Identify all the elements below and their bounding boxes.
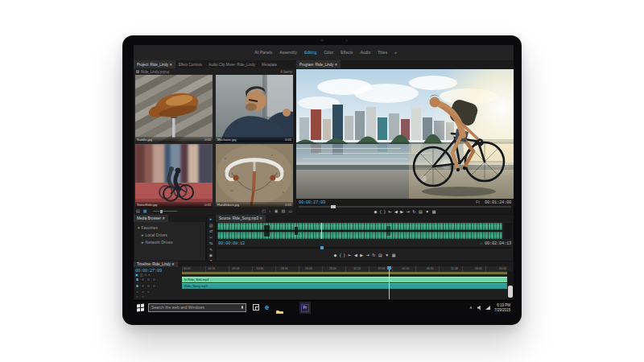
extract-icon[interactable]: ▼ [425, 210, 429, 214]
go-to-out-icon[interactable]: ⇥ [407, 210, 410, 214]
add-marker-icon[interactable]: ⌖ [148, 274, 150, 277]
clip-thumbnail-mechanic[interactable]: Mechanic.jpg 0:05 [216, 75, 293, 142]
audio-waveform[interactable] [217, 223, 502, 239]
workspace-all-panels[interactable]: All Panels [254, 50, 272, 55]
play-icon[interactable]: ▶ [400, 210, 403, 214]
track-sync-toggle[interactable] [152, 278, 156, 282]
media-browser-item-local-drives[interactable]: ▸Local Drives [142, 233, 167, 237]
workspace-effects[interactable]: Effects [341, 50, 353, 55]
linked-selection-icon[interactable]: ◫ [140, 274, 143, 277]
track-mute-toggle[interactable] [141, 284, 145, 288]
workspace-audio[interactable]: Audio [360, 50, 370, 55]
source-timecode[interactable]: 00:00:08:12 [218, 241, 245, 246]
new-bin-icon[interactable]: ▣ [275, 209, 279, 213]
media-browser-item-favorites[interactable]: ▾Favorites [138, 226, 158, 230]
track-record-toggle[interactable] [152, 284, 156, 288]
tab-program[interactable]: Program: Ride_Lindy≡ [296, 60, 341, 68]
caret-right-icon[interactable]: ▸ [142, 241, 144, 245]
step-back-icon[interactable]: ◀ [394, 210, 398, 214]
mark-out-icon[interactable]: } [344, 253, 345, 257]
workspace-editing[interactable]: Editing [304, 50, 316, 55]
clip-thumbnail-handlebars[interactable]: Handlebars.jpg 0:05 [216, 144, 293, 208]
premiere-taskbar-button[interactable]: Pr [299, 302, 311, 314]
video-clip-v1[interactable]: fx Ride_Edit.mp4 [182, 277, 507, 282]
track-toggle[interactable] [147, 290, 151, 294]
tab-metadata[interactable]: Metadata [258, 60, 280, 68]
program-video-viewer[interactable] [296, 69, 514, 199]
workspace-color[interactable]: Color [324, 50, 333, 55]
workspace-assembly[interactable]: Assembly [279, 50, 297, 55]
start-button[interactable] [137, 304, 144, 312]
source-playhead-line[interactable] [321, 223, 322, 239]
thumbnail-zoom-slider[interactable] [153, 211, 177, 212]
caret-right-icon[interactable]: ▸ [142, 233, 144, 237]
track-toggle[interactable] [141, 290, 145, 294]
time-ruler[interactable]: 00:00 04:16 09:08 14:00 18:16 23:08 28:0… [182, 266, 507, 272]
panel-menu-icon[interactable]: ≡ [163, 216, 165, 220]
insert-icon[interactable]: ▤ [378, 253, 382, 257]
volume-icon[interactable] [477, 306, 482, 311]
tab-source[interactable]: Source: Ride_Song.mp3≡ [216, 215, 266, 222]
timeline-settings-icon[interactable]: ≡ [145, 274, 147, 277]
tab-effect-controls[interactable]: Effect Controls [175, 60, 205, 68]
timeline-playhead[interactable] [389, 266, 390, 299]
microphone-icon[interactable] [242, 306, 244, 310]
play-icon[interactable]: ▶ [360, 253, 363, 257]
razor-tool-icon[interactable]: ✂ [209, 236, 213, 240]
slip-tool-icon[interactable]: ↹ [209, 241, 213, 245]
loop-icon[interactable]: ↻ [412, 210, 415, 214]
audio-track-target[interactable]: 1 [135, 284, 139, 288]
video-track-target[interactable]: 1 [135, 278, 139, 282]
tray-chevron-icon[interactable]: ∧ [469, 305, 473, 310]
tab-media-browser[interactable]: Media Browser≡ [134, 215, 168, 222]
track-toggle[interactable] [135, 290, 139, 294]
mark-in-icon[interactable]: { [380, 210, 382, 214]
audio-clip-a1[interactable]: Ride_Song.mp3 [182, 283, 507, 289]
add-marker-icon[interactable]: ◆ [334, 253, 337, 257]
ripple-edit-tool-icon[interactable]: ⇄ [209, 229, 213, 233]
list-view-icon[interactable]: ▤ [136, 209, 140, 213]
selection-tool-icon[interactable]: ▸ [210, 217, 213, 221]
panel-menu-icon[interactable]: ≡ [335, 63, 337, 67]
export-frame-icon[interactable]: ▦ [392, 253, 396, 257]
program-timecode[interactable]: 00:00:27:09 [299, 200, 325, 205]
grid-view-icon[interactable]: ▦ [143, 209, 147, 213]
automate-to-sequence-icon[interactable]: ◰ [262, 209, 266, 213]
loop-icon[interactable]: ↻ [372, 253, 375, 257]
tab-timeline[interactable]: Timeline: Ride_Lindy≡ [134, 261, 178, 267]
export-frame-icon[interactable]: ▦ [432, 210, 436, 214]
caret-down-icon[interactable]: ▾ [138, 226, 140, 230]
source-scrub-marker[interactable] [320, 246, 324, 249]
magnifier-icon[interactable]: ⌕ [480, 241, 482, 245]
tab-audio-clip-mixer[interactable]: Audio Clip Mixer: Ride_Lindy [205, 60, 258, 68]
workspace-titles[interactable]: Titles [378, 50, 387, 55]
track-solo-toggle[interactable] [147, 284, 151, 288]
track-toggle[interactable] [135, 295, 139, 298]
timeline-playhead-grip[interactable] [387, 266, 391, 269]
taskbar-search[interactable] [148, 303, 246, 312]
workspace-overflow-icon[interactable]: » [394, 50, 397, 55]
mark-in-icon[interactable]: { [340, 253, 341, 257]
program-fit-dropdown[interactable]: Fit [476, 200, 480, 204]
panel-menu-icon[interactable]: ≡ [260, 216, 262, 220]
network-icon[interactable] [485, 306, 490, 310]
go-to-in-icon[interactable]: ⇤ [348, 253, 351, 257]
edge-browser-icon[interactable]: e [265, 302, 269, 313]
file-explorer-icon[interactable] [276, 311, 283, 314]
go-to-in-icon[interactable]: ⇤ [388, 210, 391, 214]
project-bin-label[interactable]: Ride_Lindy.prproj [136, 70, 169, 74]
add-marker-icon[interactable]: ◆ [374, 210, 378, 214]
taskbar-clock[interactable]: 6:19 PM 7/29/2015 [494, 303, 510, 313]
pen-tool-icon[interactable]: ✎ [209, 248, 213, 252]
find-icon[interactable]: ⌕ [269, 209, 271, 213]
work-area-bar[interactable] [182, 272, 507, 274]
new-item-icon[interactable]: ▧ [282, 209, 286, 213]
program-scrub-bar[interactable] [299, 206, 511, 208]
panel-menu-icon[interactable]: ≡ [172, 262, 175, 266]
media-browser-item-network-drives[interactable]: ▸Network Drives [142, 241, 172, 245]
clip-thumbnail-street[interactable]: StreetRide.jpg 0:05 [135, 144, 213, 208]
track-visibility-toggle[interactable] [147, 278, 151, 282]
panel-menu-icon[interactable]: ≡ [170, 63, 172, 67]
source-scrub-bar[interactable] [218, 247, 511, 249]
snap-icon[interactable]: ▣ [135, 274, 138, 277]
